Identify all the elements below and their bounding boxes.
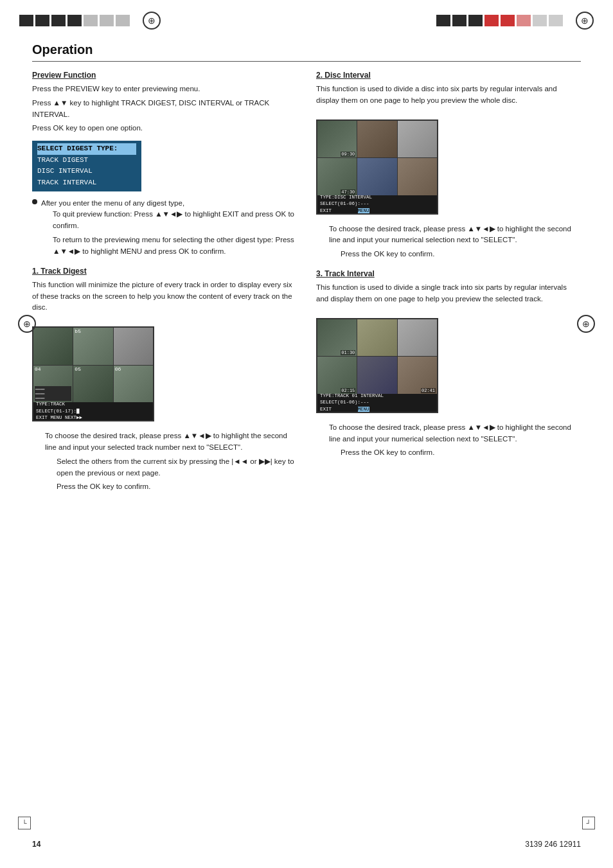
digest-menu-box: SELECT DIGEST TYPE: TRACK DIGEST DISC IN… [32, 141, 141, 191]
track-interval-bar: TYPE:TRACK 01 INTERVAL SELECT(01-06):---… [317, 394, 437, 412]
track-digest-bar: TYPE:TRACK SELECT(01-17):█ EXIT MENU NEX… [33, 402, 153, 420]
track-digest-caption-2: Select the others from the current six b… [57, 456, 297, 479]
track-digest-caption: To choose the desired track, please pres… [45, 430, 297, 493]
track-interval-caption: To choose the desired track, please pres… [329, 422, 581, 459]
di-bar-line3: EXIT MENU [320, 208, 434, 215]
di-cell-5 [357, 158, 396, 195]
digest-menu-line2: TRACK DIGEST [37, 155, 136, 166]
bar-seg-6 [100, 15, 114, 26]
left-column: Preview Function Press the PREVIEW key t… [32, 71, 297, 502]
cell-5: 05 [73, 366, 112, 403]
bullet-1-main: After you enter the menu of any digest t… [41, 199, 184, 207]
footer: 14 3139 246 12911 [32, 840, 581, 849]
preview-function-section: Preview Function Press the PREVIEW key t… [32, 71, 297, 258]
corner-mark-bl: └ [18, 817, 31, 829]
preview-intro-2: Press ▲▼ key to highlight TRACK DIGEST, … [32, 98, 297, 121]
track-digest-caption-1: To choose the desired track, please pres… [45, 432, 287, 451]
bar-line3: EXIT MENU NEXT▶▶ [36, 414, 150, 421]
page-title: Operation [32, 42, 581, 62]
track-interval-caption-2: Press the OK key to confirm. [341, 447, 581, 459]
track-digest-body: This function will minimize the picture … [32, 279, 297, 314]
main-content: Operation Preview Function Press the PRE… [0, 36, 613, 527]
bar-r-seg-7 [533, 15, 547, 26]
right-column: 2. Disc Interval This function is used t… [316, 71, 581, 502]
bullet-1-indent1: To quit preview function: Press ▲▼◄▶ to … [53, 209, 297, 232]
ti-cell-5 [357, 357, 396, 394]
digest-menu-line1: SELECT DIGEST TYPE: [37, 143, 136, 155]
disc-interval-caption-1: To choose the desired track, please pres… [329, 225, 571, 244]
bullet-dot-1 [32, 199, 37, 204]
bullet-1-content: After you enter the menu of any digest t… [41, 198, 297, 258]
ti-bar-line3: EXIT MENU [320, 406, 434, 413]
bullet-1-indent2: To return to the previewing menu for sel… [53, 235, 297, 258]
bar-r-seg-3 [468, 15, 483, 26]
right-bar-group [436, 15, 563, 26]
ti-cell-1: 01:30 [317, 319, 357, 357]
track-digest-caption-3: Press the OK key to confirm. [57, 481, 297, 493]
disc-interval-bar: TYPE:DISC INTERVAL SELECT(01-06):--- EXI… [317, 195, 437, 213]
disc-interval-title: 2. Disc Interval [316, 71, 581, 80]
preview-intro-3: Press OK key to open one option. [32, 123, 297, 134]
bar-seg-4 [67, 15, 82, 26]
preview-function-title: Preview Function [32, 71, 297, 80]
track-interval-grid: 01:30 02:15 [317, 319, 437, 394]
compass-right-side: ⊕ [577, 315, 595, 333]
ti-bar-line2: SELECT(01-06):--- [320, 399, 434, 406]
bar-seg-3 [51, 15, 66, 26]
page-number: 14 [32, 840, 40, 849]
ti-cell-3 [398, 319, 437, 357]
cell-6: 06 [114, 366, 153, 403]
track-digest-image: b5 04 ━━━━━━━━━━━━ [32, 326, 154, 421]
ti-cell-6: 02:41 [398, 357, 437, 394]
bar-seg-2 [35, 15, 49, 26]
disc-interval-image: 09:30 47:30 [316, 120, 438, 215]
di-cell-6 [398, 158, 437, 195]
disc-interval-body: This function is used to divide a disc i… [316, 84, 581, 107]
track-digest-title: 1. Track Digest [32, 267, 297, 276]
bar-r-seg-1 [436, 15, 450, 26]
bar-r-seg-5 [501, 15, 515, 26]
bar-seg-5 [84, 15, 98, 26]
track-interval-title: 3. Track Interval [316, 269, 581, 278]
track-digest-grid: b5 04 ━━━━━━━━━━━━ [33, 328, 153, 402]
bar-r-seg-2 [452, 15, 466, 26]
bar-r-seg-8 [549, 15, 563, 26]
track-interval-caption-1: To choose the desired track, please pres… [329, 423, 571, 443]
bar-seg-1 [19, 15, 33, 26]
left-bar-group [19, 15, 130, 26]
track-interval-image: 01:30 02:15 [316, 318, 438, 413]
preview-intro-1: Press the PREVIEW key to enter previewin… [32, 84, 297, 95]
bullet-item-1: After you enter the menu of any digest t… [32, 198, 297, 258]
disc-interval-section: 2. Disc Interval This function is used t… [316, 71, 581, 260]
bar-line2: SELECT(01-17):█ [36, 408, 150, 415]
ti-cell-4: 02:15 [317, 357, 357, 394]
compass-icon-left: ⊕ [143, 12, 161, 30]
digest-menu-line4: TRACK INTERVAL [37, 177, 136, 189]
track-digest-section: 1. Track Digest This function will minim… [32, 267, 297, 493]
bar-r-seg-6 [517, 15, 531, 26]
disc-interval-screenshot: 09:30 47:30 [316, 120, 438, 215]
bar-r-seg-4 [484, 15, 499, 26]
track-interval-screenshot: 01:30 02:15 [316, 318, 438, 413]
disc-interval-grid: 09:30 47:30 [317, 121, 437, 195]
digest-menu-line3: DISC INTERVAL [37, 166, 136, 177]
header-decoration: ⊕ ⊕ [0, 0, 613, 36]
disc-interval-caption-2: Press the OK key to confirm. [341, 249, 581, 260]
two-column-layout: Preview Function Press the PREVIEW key t… [32, 71, 581, 502]
cell-4: 04 ━━━━━━━━━━━━ [33, 366, 73, 403]
track-digest-screenshot: b5 04 ━━━━━━━━━━━━ [32, 326, 154, 421]
cell-3 [114, 328, 153, 365]
di-cell-3 [398, 121, 437, 158]
di-bar-line2: SELECT(01-06):--- [320, 200, 434, 208]
corner-mark-br: ┘ [582, 817, 595, 829]
catalog-number: 3139 246 12911 [525, 840, 581, 849]
cell-1 [33, 328, 73, 365]
di-cell-1: 09:30 [317, 121, 357, 158]
compass-left-side: ⊕ [18, 315, 36, 333]
di-cell-2 [357, 121, 396, 158]
ti-cell-2 [357, 319, 396, 357]
track-interval-body: This function is used to divide a single… [316, 282, 581, 305]
bar-seg-7 [116, 15, 130, 26]
di-cell-4: 47:30 [317, 158, 357, 195]
track-interval-section: 3. Track Interval This function is used … [316, 269, 581, 459]
